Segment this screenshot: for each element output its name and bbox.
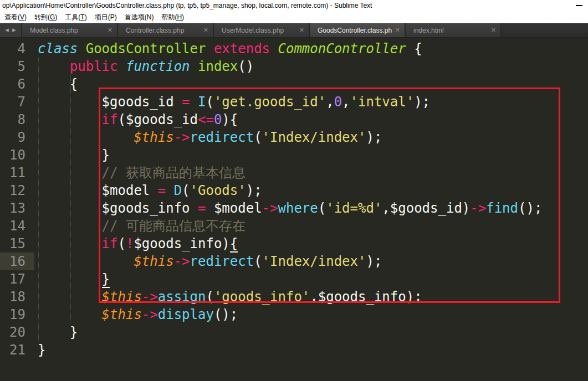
menu-item-n[interactable]: 首选项(N)	[125, 13, 154, 22]
menu-item-h[interactable]: 帮助(H)	[161, 13, 184, 22]
tab-bar: ◀ ▶ Model.class.php✕Controller.class.php…	[0, 23, 588, 38]
menu-item-p[interactable]: 项目(P)	[95, 13, 117, 22]
tab-next-icon[interactable]: ▶	[12, 28, 16, 33]
tab-scroll-arrows: ◀ ▶	[0, 23, 22, 37]
annotation-rectangle	[99, 87, 560, 303]
code-text: }	[34, 341, 45, 359]
tab-close-icon[interactable]: ✕	[488, 27, 496, 34]
code-line-4[interactable]: 4class GoodsController extends CommonCon…	[0, 40, 588, 58]
tab-label: UserModel.class.php	[222, 27, 296, 34]
tab-label: index.html	[413, 27, 488, 34]
line-number: 5	[0, 58, 34, 75]
code-text: public function index()	[34, 58, 254, 75]
window-title: op\Application\Home\Controller\GoodsCont…	[2, 2, 372, 9]
line-number: 18	[0, 288, 34, 306]
code-text: $this->display();	[34, 306, 238, 323]
title-row: op\Application\Home\Controller\GoodsCont…	[0, 0, 588, 12]
tab-label: GoodsController.class.php	[318, 27, 392, 34]
tab-close-icon[interactable]: ✕	[200, 27, 208, 34]
line-number: 14	[0, 217, 34, 235]
tab-label: Model.class.php	[30, 27, 104, 34]
line-number: 7	[0, 93, 34, 111]
indent-guide	[70, 75, 71, 323]
menu-item-v[interactable]: 查看(V)	[4, 13, 27, 22]
tab-label: Controller.class.php	[126, 27, 200, 34]
line-number: 19	[0, 306, 34, 323]
menu-bar: 查看(V)转到(G)工具(T)项目(P)首选项(N)帮助(H)	[0, 12, 588, 23]
code-line-21[interactable]: 21}	[0, 341, 588, 359]
tab-prev-icon[interactable]: ◀	[5, 28, 9, 33]
tab-close-icon[interactable]: ✕	[104, 27, 113, 34]
tab-GoodsController-class-php[interactable]: GoodsController.class.php✕	[310, 23, 406, 37]
line-number: 6	[0, 75, 34, 93]
line-number: 20	[0, 323, 34, 341]
menu-item-t[interactable]: 工具(T)	[65, 13, 86, 22]
line-number: 16	[0, 253, 34, 270]
title-bar: op\Application\Home\Controller\GoodsCont…	[0, 0, 588, 23]
line-number: 8	[0, 111, 34, 128]
menu-item-g[interactable]: 转到(G)	[34, 13, 57, 22]
code-line-5[interactable]: 5 public function index()	[0, 58, 588, 75]
line-number: 4	[0, 40, 34, 58]
line-number: 17	[0, 270, 34, 288]
line-number: 10	[0, 146, 34, 164]
minimize-icon[interactable]	[576, 5, 582, 6]
tab-bar-tabs: Model.class.php✕Controller.class.php✕Use…	[22, 23, 502, 37]
code-editor[interactable]: 4class GoodsController extends CommonCon…	[0, 38, 588, 381]
code-line-20[interactable]: 20 }	[0, 323, 588, 341]
line-number: 21	[0, 341, 34, 359]
line-number: 12	[0, 182, 34, 199]
code-line-19[interactable]: 19 $this->display();	[0, 306, 588, 323]
line-number: 13	[0, 199, 34, 217]
line-number: 9	[0, 128, 34, 146]
tab-Controller-class-php[interactable]: Controller.class.php✕	[118, 23, 214, 37]
tab-close-icon[interactable]: ✕	[392, 27, 400, 34]
line-number: 15	[0, 235, 34, 253]
tab-close-icon[interactable]: ✕	[296, 27, 304, 34]
tab-Model-class-php[interactable]: Model.class.php✕	[22, 23, 118, 37]
code-text: class GoodsController extends CommonCont…	[34, 40, 422, 58]
tab-UserModel-class-php[interactable]: UserModel.class.php✕	[214, 23, 310, 37]
code-text: {	[34, 75, 78, 93]
code-text: }	[34, 323, 78, 341]
tab-index-html[interactable]: index.html✕	[406, 23, 502, 37]
indent-guide	[38, 58, 39, 341]
line-number: 11	[0, 164, 34, 182]
